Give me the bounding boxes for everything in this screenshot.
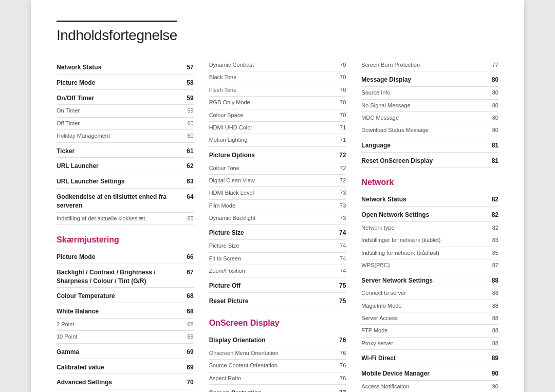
toc-label: Access Notification xyxy=(361,380,478,392)
table-row: Picture Options72 xyxy=(209,146,346,162)
table-row: Network type82 xyxy=(361,221,498,234)
toc-label: Dynamic Contrast xyxy=(209,59,326,71)
toc-label: Picture Off xyxy=(209,277,326,293)
toc-page-number: 57 xyxy=(173,59,194,74)
table-row: Language81 xyxy=(361,137,498,152)
toc-page-number: 81 xyxy=(478,137,498,152)
toc-label: Fit to Screen xyxy=(209,252,326,265)
toc-label: WPS(PBC) xyxy=(361,259,478,272)
toc-page-number: 61 xyxy=(173,142,194,158)
toc-page-number: 76 xyxy=(325,360,346,372)
toc-label: Picture Size xyxy=(209,225,326,240)
table-row: Message Display80 xyxy=(361,71,498,87)
table-row: URL Launcher62 xyxy=(57,158,194,173)
toc-label: Flesh Tone xyxy=(209,84,326,96)
toc-page-number: 60 xyxy=(173,130,194,142)
toc-page-number: 68 xyxy=(173,288,194,303)
toc-page-number: 88 xyxy=(478,337,498,349)
toc-label: Gamma xyxy=(57,343,173,359)
toc-label: Holiday Management xyxy=(57,130,173,142)
table-row: On Timer59 xyxy=(57,105,194,117)
toc-label: Network Status xyxy=(57,59,173,74)
table-row: Source Info80 xyxy=(361,87,498,99)
table-row: HDMI Black Level73 xyxy=(209,187,346,199)
toc-label: HDMI Black Level xyxy=(209,187,326,199)
toc-label: FTP Mode xyxy=(361,325,478,337)
toc-page-number: 80 xyxy=(478,111,498,124)
toc-label: Screen Protection xyxy=(209,385,326,392)
toc-page-number: 83 xyxy=(478,234,498,247)
toc-label: Wi-Fi Direct xyxy=(361,350,478,365)
table-row: MagicInfo Mode88 xyxy=(361,300,498,312)
column-2: Dynamic Contrast70Black Tone70Flesh Tone… xyxy=(209,59,346,392)
toc-table: Network Status82Open Network Settings82N… xyxy=(361,191,498,392)
toc-label: Open Network Settings xyxy=(361,207,478,222)
table-row: Network Status82 xyxy=(361,191,498,206)
toc-label: Zoom/Position xyxy=(209,265,326,277)
toc-table: Network Status57Picture Mode58On/Off Tim… xyxy=(57,59,194,225)
toc-page-number: 82 xyxy=(478,191,498,206)
table-row: Film Mode73 xyxy=(209,199,346,212)
table-row: Connect to server88 xyxy=(361,287,498,300)
table-row: Onscreen Menu Orientation76 xyxy=(209,347,346,359)
column-1: Network Status57Picture Mode58On/Off Tim… xyxy=(57,59,194,392)
toc-label: Message Display xyxy=(361,71,478,87)
toc-page-number: 88 xyxy=(478,272,498,287)
table-row: URL Launcher Settings63 xyxy=(57,173,194,189)
table-row: Flesh Tone70 xyxy=(209,84,346,96)
toc-page-number: 85 xyxy=(478,247,498,259)
toc-label: Picture Size xyxy=(209,240,326,252)
toc-page-number: 90 xyxy=(478,365,498,381)
table-row: Download Status Message80 xyxy=(361,124,498,137)
toc-page-number: 70 xyxy=(325,71,346,84)
table-row: Reset OnScreen Display81 xyxy=(361,152,498,167)
table-row: Picture Size74 xyxy=(209,240,346,252)
toc-label: RGB Only Mode xyxy=(209,97,326,109)
toc-label: Source Content Orientation xyxy=(209,360,326,372)
toc-page-number: 82 xyxy=(478,221,498,234)
toc-label: Language xyxy=(361,137,478,152)
toc-label: MDC Message xyxy=(361,111,478,124)
toc-label: Screen Burn Protection xyxy=(361,59,478,71)
table-row: Picture Mode66 xyxy=(57,249,194,264)
toc-page-number: 76 xyxy=(325,347,346,359)
toc-page-number: 74 xyxy=(325,240,346,252)
toc-page-number: 65 xyxy=(173,212,194,225)
toc-page-number: 70 xyxy=(173,374,194,389)
column-3: Screen Burn Protection77Message Display8… xyxy=(361,59,498,392)
toc-label: Ticker xyxy=(57,142,173,158)
table-row: Reset Picture75 xyxy=(209,293,346,308)
toc-label: Server Access xyxy=(361,312,478,325)
toc-label: URL Launcher Settings xyxy=(57,173,173,189)
toc-page-number: 66 xyxy=(173,249,194,264)
table-row: Proxy server88 xyxy=(361,337,498,349)
table-row: 2 Point68 xyxy=(57,318,194,330)
table-row: Godkendelse af en tilsluttet enhed fra s… xyxy=(57,188,194,212)
table-row: Picture Off75 xyxy=(209,277,346,293)
toc-page-number: 88 xyxy=(478,287,498,300)
toc-label: Server Network Settings xyxy=(361,272,478,287)
toc-label: On Timer xyxy=(57,105,173,117)
table-row: Calibrated value69 xyxy=(57,359,194,374)
section-heading: Network xyxy=(361,178,498,187)
toc-page-number: 72 xyxy=(325,162,346,174)
table-row: Dynamic Backlight73 xyxy=(209,212,346,225)
toc-label: Onscreen Menu Orientation xyxy=(209,347,326,359)
toc-page-number: 69 xyxy=(173,343,194,359)
toc-label: Motion Lighting xyxy=(209,134,326,146)
toc-page-number: 88 xyxy=(478,325,498,337)
toc-page-number: 87 xyxy=(478,259,498,272)
table-row: Picture Mode58 xyxy=(57,74,194,89)
toc-page-number: 89 xyxy=(478,350,498,365)
table-row: Black Tone70 xyxy=(209,71,346,84)
toc-label: Advanced Settings xyxy=(57,374,173,389)
table-row: RGB Only Mode70 xyxy=(209,97,346,109)
table-row: Digital Clean View72 xyxy=(209,174,346,186)
table-row: Mobile Device Manager90 xyxy=(361,365,498,381)
table-row: MDC Message80 xyxy=(361,111,498,124)
toc-page-number: 69 xyxy=(173,359,194,374)
table-row: Display Orientation76 xyxy=(209,332,346,347)
table-row: Colour Tone72 xyxy=(209,162,346,174)
toc-page-number: 68 xyxy=(173,303,194,319)
table-row: Holiday Management60 xyxy=(57,130,194,142)
